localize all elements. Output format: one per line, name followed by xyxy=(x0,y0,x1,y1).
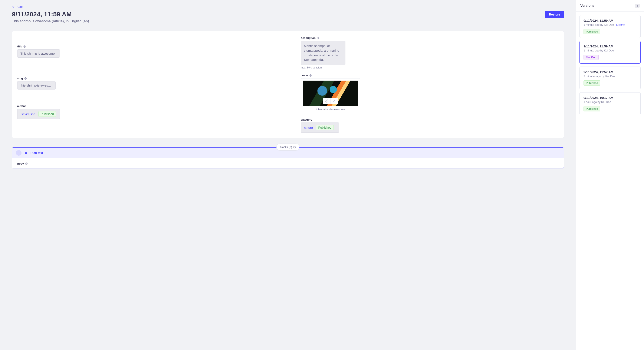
globe-icon xyxy=(317,37,320,39)
cover-caption: this-shrimp-is-awesome xyxy=(303,108,358,111)
version-card[interactable]: 9/11/2024, 10:17 AM1 hour ago by Kai Doe… xyxy=(580,92,640,115)
version-title: 9/11/2024, 10:17 AM xyxy=(584,96,636,100)
page-title: 9/11/2024, 11:59 AM xyxy=(12,11,89,18)
globe-icon xyxy=(25,163,28,165)
version-title: 9/11/2024, 11:57 AM xyxy=(584,70,636,74)
slug-label: slug xyxy=(17,77,23,80)
slug-field: this-shrimp-is-awesome xyxy=(17,81,56,90)
block-collapse-button[interactable] xyxy=(16,150,22,156)
back-label: Back xyxy=(16,5,23,8)
cover-label: cover xyxy=(301,74,308,77)
description-field: Mantis shrimps, or stomatopods, are mari… xyxy=(301,41,346,65)
description-hint: max. 80 characters xyxy=(301,66,558,69)
version-current-marker: (current) xyxy=(614,23,625,26)
arrow-left-icon xyxy=(12,5,15,8)
cover-image xyxy=(303,81,358,106)
version-subtext: 2 minutes ago by Kai Doe xyxy=(584,75,636,78)
globe-icon xyxy=(293,146,296,149)
category-status-badge: Published xyxy=(316,125,334,130)
version-card[interactable]: 9/11/2024, 11:57 AM2 minutes ago by Kai … xyxy=(580,67,640,89)
globe-icon xyxy=(24,77,27,80)
svg-rect-13 xyxy=(25,153,26,154)
author-relation: David Doe Published xyxy=(17,109,60,119)
chevron-up-icon xyxy=(18,152,20,154)
version-subtext: 1 minute ago by Kai Doe xyxy=(584,49,636,52)
version-title: 9/11/2024, 11:59 AM xyxy=(584,44,636,48)
svg-rect-12 xyxy=(26,152,27,153)
author-link[interactable]: David Doe xyxy=(20,112,35,116)
author-status-badge: Published xyxy=(38,111,56,117)
title-label: title xyxy=(17,45,22,48)
versions-heading: Versions xyxy=(580,4,594,8)
version-title: 9/11/2024, 11:59 AM xyxy=(584,19,636,22)
versions-count-badge: 4 xyxy=(635,4,640,8)
version-subtext: 1 hour ago by Kai Doe xyxy=(584,100,636,104)
version-subtext: 1 minute ago by Kai Doe (current) xyxy=(584,23,636,26)
globe-icon xyxy=(310,74,312,77)
author-label: author xyxy=(17,104,26,108)
body-label: body xyxy=(17,162,24,165)
category-relation: nature Published xyxy=(301,123,339,133)
blocks-pill: blocks (3) xyxy=(276,144,300,151)
description-label: description xyxy=(301,36,316,39)
version-card[interactable]: 9/11/2024, 11:59 AM1 minute ago by Kai D… xyxy=(580,41,640,64)
version-status-badge: Modified xyxy=(584,55,599,60)
blocks-pill-label: blocks (3) xyxy=(280,146,292,149)
version-status-badge: Published xyxy=(584,29,600,34)
restore-button[interactable]: Restore xyxy=(545,11,564,18)
page-subtitle: This shrimp is awesome (article), in Eng… xyxy=(12,19,89,23)
title-field: This shrimp is awesome xyxy=(17,49,60,58)
grid-icon xyxy=(24,151,28,154)
svg-rect-11 xyxy=(25,152,26,153)
block-type-label: Rich text xyxy=(30,151,43,155)
pencil-icon xyxy=(333,100,336,103)
globe-icon xyxy=(24,45,26,48)
cover-media-box: this-shrimp-is-awesome xyxy=(301,78,360,113)
svg-rect-14 xyxy=(26,153,27,154)
link-icon xyxy=(326,100,328,103)
back-link[interactable]: Back xyxy=(12,5,23,8)
cover-link-button[interactable] xyxy=(323,98,330,104)
version-card[interactable]: 9/11/2024, 11:59 AM1 minute ago by Kai D… xyxy=(580,15,640,38)
category-label: category xyxy=(301,118,312,121)
cover-edit-button[interactable] xyxy=(330,98,338,104)
version-status-badge: Published xyxy=(584,106,600,111)
category-link[interactable]: nature xyxy=(304,126,313,130)
version-status-badge: Published xyxy=(584,80,600,86)
